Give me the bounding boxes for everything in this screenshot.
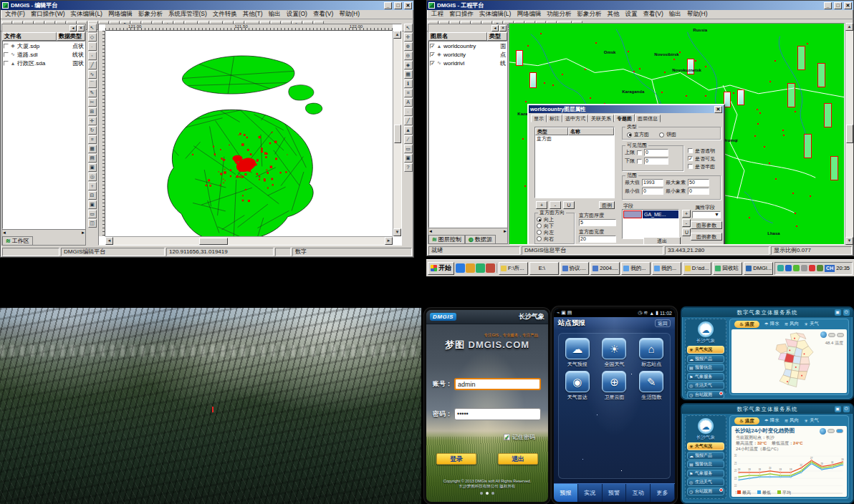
- panel-scrollbar[interactable]: ◄►: [2, 229, 85, 236]
- zoom-out-icon[interactable]: [837, 333, 844, 337]
- print-icon[interactable]: ▭: [404, 145, 413, 153]
- dashboard-titlebar[interactable]: 数字气象立体服务系统 ▣⏻: [682, 308, 853, 317]
- table-row[interactable]: ✓∿worldrivl线: [429, 59, 507, 67]
- table-row[interactable]: ◈大厦.sdp点状: [3, 42, 85, 50]
- remember-checkbox[interactable]: ✓: [504, 434, 510, 440]
- province-map-panel[interactable]: 48.4 温度: [731, 329, 847, 393]
- lower-checkbox[interactable]: [637, 159, 642, 164]
- menu-item[interactable]: 其他(T): [240, 10, 266, 19]
- legend-params-button[interactable]: 图例参数: [691, 233, 722, 241]
- panel-close-icon[interactable]: ✕: [499, 25, 507, 32]
- upper-checkbox[interactable]: [637, 150, 642, 155]
- scroll-down-icon[interactable]: ▼: [393, 228, 401, 236]
- power-icon[interactable]: ⏻: [843, 309, 850, 316]
- flag-option[interactable]: 是否透明: [688, 147, 715, 155]
- menu-item[interactable]: 网络编辑: [105, 10, 135, 19]
- menu-item[interactable]: 功能分析: [544, 10, 574, 19]
- type-option[interactable]: 饼图: [659, 131, 676, 138]
- nav-tab-预警[interactable]: 预警: [603, 484, 627, 502]
- pen-icon[interactable]: ✎: [88, 89, 97, 97]
- account-input[interactable]: admin: [454, 378, 541, 390]
- radio-icon[interactable]: [537, 217, 542, 222]
- copy-icon[interactable]: ▣: [88, 200, 97, 209]
- map-vscrollbar[interactable]: ▲▼: [393, 31, 401, 236]
- menu-item[interactable]: 实体编辑(L): [476, 10, 514, 19]
- checkbox-icon[interactable]: ✓: [688, 156, 693, 161]
- scroll-up-icon[interactable]: ▲: [393, 31, 401, 39]
- menu-item[interactable]: 其他: [604, 10, 622, 19]
- upper-input[interactable]: 0: [644, 149, 668, 156]
- radio-icon[interactable]: [627, 132, 632, 137]
- menu-item[interactable]: 帮助(H): [336, 10, 363, 19]
- dash-tab[interactable]: ≋风向: [785, 417, 799, 424]
- merge-icon[interactable]: ⊟: [88, 191, 97, 200]
- dialog-tab[interactable]: 标注: [547, 115, 562, 122]
- map-hscrollbar[interactable]: ◄►: [105, 236, 393, 245]
- menu-item[interactable]: 文件(F): [2, 10, 28, 19]
- dash-tab[interactable]: ☀天气: [804, 417, 819, 424]
- refresh-icon[interactable]: [836, 429, 843, 433]
- field-update-button[interactable]: U: [682, 228, 691, 236]
- label-icon[interactable]: A: [404, 98, 413, 107]
- dialog-tab[interactable]: 关联关系: [588, 115, 614, 122]
- layer-checkbox[interactable]: [4, 61, 9, 66]
- scroll-right-icon[interactable]: ►: [385, 237, 393, 245]
- map-vscrollbar[interactable]: ▲▼: [845, 23, 853, 245]
- quick-launch-icon[interactable]: [466, 263, 475, 273]
- app-shortcut[interactable]: ⌂标志站点: [633, 338, 670, 368]
- login-button[interactable]: 登录: [436, 453, 476, 465]
- quick-launch-icon[interactable]: [486, 263, 495, 273]
- menu-item[interactable]: 查看(V): [640, 10, 666, 19]
- menu-item[interactable]: 系统库管理(S): [165, 10, 210, 19]
- search-icon[interactable]: ◎: [88, 173, 97, 181]
- flag-option[interactable]: 是否半图: [688, 163, 715, 170]
- nav-tab-更多[interactable]: 更多: [651, 484, 675, 502]
- dialog-tab[interactable]: 选中方式: [562, 115, 588, 122]
- select-icon[interactable]: ↖: [404, 24, 413, 32]
- tray-icon[interactable]: [817, 265, 823, 271]
- app-shortcut[interactable]: ✎生活指数: [633, 371, 670, 401]
- app-shortcut[interactable]: ☀全国天气: [596, 338, 633, 368]
- layer-checkbox[interactable]: ✓: [430, 52, 435, 57]
- sidebar-item[interactable]: ▤预警信息: [687, 460, 724, 468]
- dash-tab[interactable]: ≋风向: [785, 321, 799, 327]
- select-icon[interactable]: ↖: [88, 24, 97, 32]
- sidebar-item[interactable]: ◷台站观测: [687, 488, 724, 495]
- tab-workspace[interactable]: ≋工作区: [2, 236, 33, 245]
- sidebar-item[interactable]: ◎生活天气: [687, 382, 724, 389]
- taskbar-task[interactable]: E:\: [529, 262, 559, 275]
- taskbar-task[interactable]: 我的...: [652, 262, 681, 275]
- layer-checkbox[interactable]: [4, 52, 9, 57]
- list-row[interactable]: 直方图: [535, 135, 614, 142]
- direction-option[interactable]: 向上: [537, 216, 572, 223]
- zoom-out-icon[interactable]: ⊖: [404, 52, 413, 60]
- exit-button[interactable]: 退出: [643, 237, 681, 245]
- taskbar-task[interactable]: 2004....: [590, 262, 620, 275]
- sidebar-item[interactable]: ⚑气象服务: [687, 373, 724, 381]
- tab-data-source[interactable]: ◍数据源: [465, 235, 496, 243]
- range-input[interactable]: 50: [688, 179, 709, 186]
- rotate-icon[interactable]: ↻: [88, 126, 97, 135]
- menu-item[interactable]: 查看(V): [310, 10, 336, 19]
- sidebar-item[interactable]: ☁预报产品: [687, 452, 724, 460]
- power-icon[interactable]: ⏻: [843, 406, 850, 412]
- tray-icon[interactable]: [793, 265, 800, 271]
- dash-tab[interactable]: ♨温度: [734, 321, 759, 328]
- tab-layer-control[interactable]: ≋图层控制: [428, 235, 465, 243]
- cut-icon[interactable]: ✂: [88, 98, 97, 107]
- sidebar-item[interactable]: ◎生活天气: [687, 478, 724, 486]
- table-row[interactable]: ∿道路.sdl线状: [3, 50, 85, 59]
- terrain-3d-view[interactable]: [0, 308, 421, 504]
- list-update-button[interactable]: U: [563, 201, 575, 209]
- snap-icon[interactable]: ⊞: [88, 107, 97, 116]
- close-button[interactable]: ✕: [844, 2, 852, 9]
- field-remove-button[interactable]: -: [682, 219, 691, 227]
- menu-item[interactable]: 输出: [666, 10, 684, 19]
- histogram-bar[interactable]: [529, 72, 537, 88]
- taskbar-task[interactable]: D:\sd...: [683, 262, 712, 275]
- zoom-in-icon[interactable]: [828, 333, 835, 337]
- checkbox-icon[interactable]: [688, 148, 693, 153]
- layer-checkbox[interactable]: ✓: [430, 61, 435, 66]
- radio-icon[interactable]: [537, 230, 542, 235]
- menu-item[interactable]: 文件转换: [210, 10, 240, 19]
